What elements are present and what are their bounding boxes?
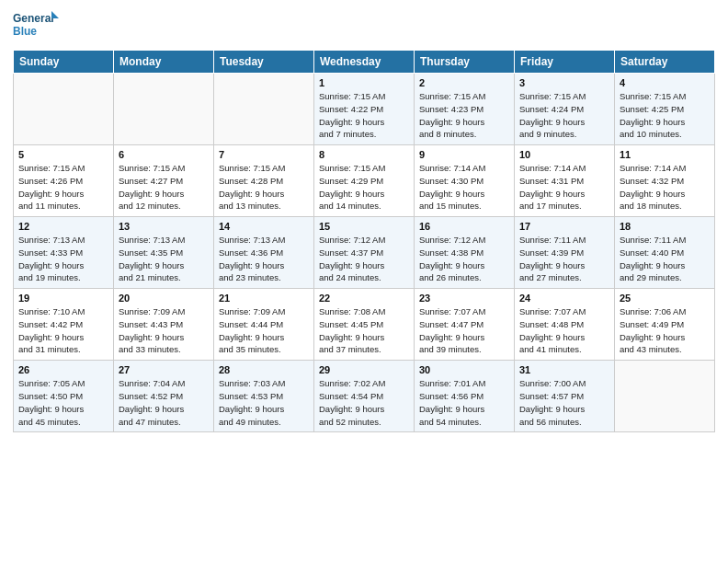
day-info: Sunrise: 7:11 AM Sunset: 4:40 PM Dayligh… (620, 234, 710, 284)
day-number: 29 (319, 364, 409, 375)
day-number: 20 (119, 293, 209, 304)
day-number: 23 (419, 293, 509, 304)
day-info: Sunrise: 7:08 AM Sunset: 4:45 PM Dayligh… (319, 305, 409, 356)
day-info: Sunrise: 7:10 AM Sunset: 4:42 PM Dayligh… (18, 305, 108, 356)
day-number: 3 (519, 77, 609, 88)
logo: General Blue (13, 9, 59, 42)
day-info: Sunrise: 7:15 AM Sunset: 4:27 PM Dayligh… (119, 162, 209, 213)
calendar-cell: 20Sunrise: 7:09 AM Sunset: 4:43 PM Dayli… (114, 289, 214, 361)
day-number: 1 (319, 77, 409, 88)
day-info: Sunrise: 7:11 AM Sunset: 4:39 PM Dayligh… (519, 234, 609, 284)
day-info: Sunrise: 7:15 AM Sunset: 4:23 PM Dayligh… (419, 90, 509, 141)
day-number: 5 (18, 149, 108, 160)
calendar-cell: 31Sunrise: 7:00 AM Sunset: 4:57 PM Dayli… (515, 361, 615, 432)
day-info: Sunrise: 7:15 AM Sunset: 4:26 PM Dayligh… (18, 162, 108, 213)
day-info: Sunrise: 7:15 AM Sunset: 4:28 PM Dayligh… (219, 162, 309, 213)
day-info: Sunrise: 7:01 AM Sunset: 4:56 PM Dayligh… (419, 377, 509, 428)
day-number: 25 (620, 293, 710, 304)
day-number: 16 (419, 221, 509, 232)
day-number: 7 (219, 149, 309, 160)
calendar-week-row: 12Sunrise: 7:13 AM Sunset: 4:33 PM Dayli… (14, 217, 715, 289)
weekday-header: Friday (515, 51, 615, 74)
day-info: Sunrise: 7:15 AM Sunset: 4:29 PM Dayligh… (319, 162, 409, 213)
calendar-cell: 2Sunrise: 7:15 AM Sunset: 4:23 PM Daylig… (415, 74, 515, 145)
day-info: Sunrise: 7:13 AM Sunset: 4:35 PM Dayligh… (119, 234, 209, 284)
calendar-cell (14, 74, 114, 145)
calendar: SundayMondayTuesdayWednesdayThursdayFrid… (13, 50, 715, 432)
weekday-header: Monday (114, 51, 214, 74)
day-info: Sunrise: 7:07 AM Sunset: 4:48 PM Dayligh… (519, 305, 609, 356)
day-info: Sunrise: 7:12 AM Sunset: 4:37 PM Dayligh… (319, 234, 409, 284)
day-info: Sunrise: 7:15 AM Sunset: 4:25 PM Dayligh… (620, 90, 710, 141)
day-info: Sunrise: 7:13 AM Sunset: 4:33 PM Dayligh… (18, 234, 108, 284)
svg-text:Blue: Blue (13, 25, 37, 38)
calendar-header-row: SundayMondayTuesdayWednesdayThursdayFrid… (14, 51, 715, 74)
weekday-header: Saturday (615, 51, 715, 74)
calendar-cell: 29Sunrise: 7:02 AM Sunset: 4:54 PM Dayli… (314, 361, 415, 432)
day-info: Sunrise: 7:09 AM Sunset: 4:44 PM Dayligh… (219, 305, 309, 356)
day-info: Sunrise: 7:05 AM Sunset: 4:50 PM Dayligh… (18, 377, 108, 428)
calendar-cell: 5Sunrise: 7:15 AM Sunset: 4:26 PM Daylig… (14, 145, 114, 217)
day-info: Sunrise: 7:12 AM Sunset: 4:38 PM Dayligh… (419, 234, 509, 284)
calendar-cell: 21Sunrise: 7:09 AM Sunset: 4:44 PM Dayli… (214, 289, 314, 361)
calendar-cell: 15Sunrise: 7:12 AM Sunset: 4:37 PM Dayli… (314, 217, 415, 289)
calendar-cell (214, 74, 314, 145)
calendar-cell: 18Sunrise: 7:11 AM Sunset: 4:40 PM Dayli… (615, 217, 715, 289)
day-number: 21 (219, 293, 309, 304)
day-info: Sunrise: 7:14 AM Sunset: 4:31 PM Dayligh… (519, 162, 609, 213)
calendar-week-row: 19Sunrise: 7:10 AM Sunset: 4:42 PM Dayli… (14, 289, 715, 361)
day-number: 10 (519, 149, 609, 160)
calendar-cell: 4Sunrise: 7:15 AM Sunset: 4:25 PM Daylig… (615, 74, 715, 145)
calendar-cell (615, 361, 715, 432)
calendar-cell: 17Sunrise: 7:11 AM Sunset: 4:39 PM Dayli… (515, 217, 615, 289)
calendar-cell: 1Sunrise: 7:15 AM Sunset: 4:22 PM Daylig… (314, 74, 415, 145)
day-number: 2 (419, 77, 509, 88)
svg-text:General: General (13, 12, 54, 25)
calendar-cell: 9Sunrise: 7:14 AM Sunset: 4:30 PM Daylig… (415, 145, 515, 217)
calendar-cell: 23Sunrise: 7:07 AM Sunset: 4:47 PM Dayli… (415, 289, 515, 361)
calendar-cell: 11Sunrise: 7:14 AM Sunset: 4:32 PM Dayli… (615, 145, 715, 217)
calendar-cell: 16Sunrise: 7:12 AM Sunset: 4:38 PM Dayli… (415, 217, 515, 289)
calendar-week-row: 5Sunrise: 7:15 AM Sunset: 4:26 PM Daylig… (14, 145, 715, 217)
day-number: 8 (319, 149, 409, 160)
day-info: Sunrise: 7:13 AM Sunset: 4:36 PM Dayligh… (219, 234, 309, 284)
calendar-cell: 6Sunrise: 7:15 AM Sunset: 4:27 PM Daylig… (114, 145, 214, 217)
day-info: Sunrise: 7:09 AM Sunset: 4:43 PM Dayligh… (119, 305, 209, 356)
calendar-week-row: 26Sunrise: 7:05 AM Sunset: 4:50 PM Dayli… (14, 361, 715, 432)
calendar-cell: 7Sunrise: 7:15 AM Sunset: 4:28 PM Daylig… (214, 145, 314, 217)
day-info: Sunrise: 7:04 AM Sunset: 4:52 PM Dayligh… (119, 377, 209, 428)
day-info: Sunrise: 7:00 AM Sunset: 4:57 PM Dayligh… (519, 377, 609, 428)
page-header: General Blue (13, 9, 715, 42)
calendar-cell: 26Sunrise: 7:05 AM Sunset: 4:50 PM Dayli… (14, 361, 114, 432)
logo-svg: General Blue (13, 9, 59, 42)
day-number: 13 (119, 221, 209, 232)
weekday-header: Sunday (14, 51, 114, 74)
day-number: 31 (519, 364, 609, 375)
calendar-cell: 8Sunrise: 7:15 AM Sunset: 4:29 PM Daylig… (314, 145, 415, 217)
calendar-cell: 27Sunrise: 7:04 AM Sunset: 4:52 PM Dayli… (114, 361, 214, 432)
calendar-week-row: 1Sunrise: 7:15 AM Sunset: 4:22 PM Daylig… (14, 74, 715, 145)
day-number: 26 (18, 364, 108, 375)
day-number: 28 (219, 364, 309, 375)
day-info: Sunrise: 7:15 AM Sunset: 4:22 PM Dayligh… (319, 90, 409, 141)
day-info: Sunrise: 7:14 AM Sunset: 4:32 PM Dayligh… (620, 162, 710, 213)
day-number: 14 (219, 221, 309, 232)
calendar-cell: 19Sunrise: 7:10 AM Sunset: 4:42 PM Dayli… (14, 289, 114, 361)
day-number: 12 (18, 221, 108, 232)
day-info: Sunrise: 7:03 AM Sunset: 4:53 PM Dayligh… (219, 377, 309, 428)
day-number: 17 (519, 221, 609, 232)
day-number: 24 (519, 293, 609, 304)
calendar-cell: 28Sunrise: 7:03 AM Sunset: 4:53 PM Dayli… (214, 361, 314, 432)
day-number: 15 (319, 221, 409, 232)
day-info: Sunrise: 7:14 AM Sunset: 4:30 PM Dayligh… (419, 162, 509, 213)
weekday-header: Tuesday (214, 51, 314, 74)
day-number: 6 (119, 149, 209, 160)
weekday-header: Wednesday (314, 51, 415, 74)
calendar-cell: 30Sunrise: 7:01 AM Sunset: 4:56 PM Dayli… (415, 361, 515, 432)
day-number: 9 (419, 149, 509, 160)
calendar-cell: 12Sunrise: 7:13 AM Sunset: 4:33 PM Dayli… (14, 217, 114, 289)
day-info: Sunrise: 7:02 AM Sunset: 4:54 PM Dayligh… (319, 377, 409, 428)
calendar-cell: 3Sunrise: 7:15 AM Sunset: 4:24 PM Daylig… (515, 74, 615, 145)
weekday-header: Thursday (415, 51, 515, 74)
day-number: 11 (620, 149, 710, 160)
